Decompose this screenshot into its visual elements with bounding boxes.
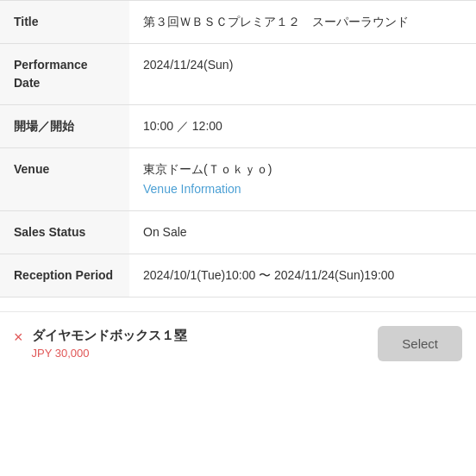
label-sales-status: Sales Status <box>0 211 129 254</box>
value-open-start: 10:00 ／ 12:00 <box>129 105 476 148</box>
table-row-sales-status: Sales StatusOn Sale <box>0 211 476 254</box>
value-sales-status: On Sale <box>129 211 476 254</box>
ticket-left: × ダイヤモンドボックス１塁 JPY 30,000 <box>14 328 187 360</box>
table-row-performance-date: Performance Date2024/11/24(Sun) <box>0 44 476 105</box>
ticket-section: × ダイヤモンドボックス１塁 JPY 30,000 Select <box>0 311 476 375</box>
table-row-open-start: 開場／開始10:00 ／ 12:00 <box>0 105 476 148</box>
ticket-price: JPY 30,000 <box>32 347 187 360</box>
value-title: 第３回ＷＢＳＣプレミア１２ スーパーラウンド <box>129 1 476 44</box>
label-reception-period: Reception Period <box>0 254 129 298</box>
select-button[interactable]: Select <box>378 326 462 361</box>
table-row-reception-period: Reception Period2024/10/1(Tue)10:00 〜 20… <box>0 254 476 298</box>
value-reception-period: 2024/10/1(Tue)10:00 〜 2024/11/24(Sun)19:… <box>129 254 476 298</box>
ticket-name: ダイヤモンドボックス１塁 <box>32 328 187 344</box>
table-row-title: Title第３回ＷＢＳＣプレミア１２ スーパーラウンド <box>0 1 476 44</box>
ticket-info: ダイヤモンドボックス１塁 JPY 30,000 <box>32 328 187 360</box>
table-row-venue: Venue東京ドーム(Ｔｏｋｙｏ)Venue Information <box>0 148 476 211</box>
close-icon[interactable]: × <box>14 329 23 345</box>
event-details-section: Title第３回ＷＢＳＣプレミア１２ スーパーラウンドPerformance D… <box>0 0 476 298</box>
event-details-table: Title第３回ＷＢＳＣプレミア１２ スーパーラウンドPerformance D… <box>0 0 476 298</box>
label-performance-date: Performance Date <box>0 44 129 105</box>
label-venue: Venue <box>0 148 129 211</box>
label-open-start: 開場／開始 <box>0 105 129 148</box>
value-performance-date: 2024/11/24(Sun) <box>129 44 476 105</box>
venue-information-link[interactable]: Venue Information <box>143 180 462 198</box>
value-venue: 東京ドーム(Ｔｏｋｙｏ)Venue Information <box>129 148 476 211</box>
label-title: Title <box>0 1 129 44</box>
